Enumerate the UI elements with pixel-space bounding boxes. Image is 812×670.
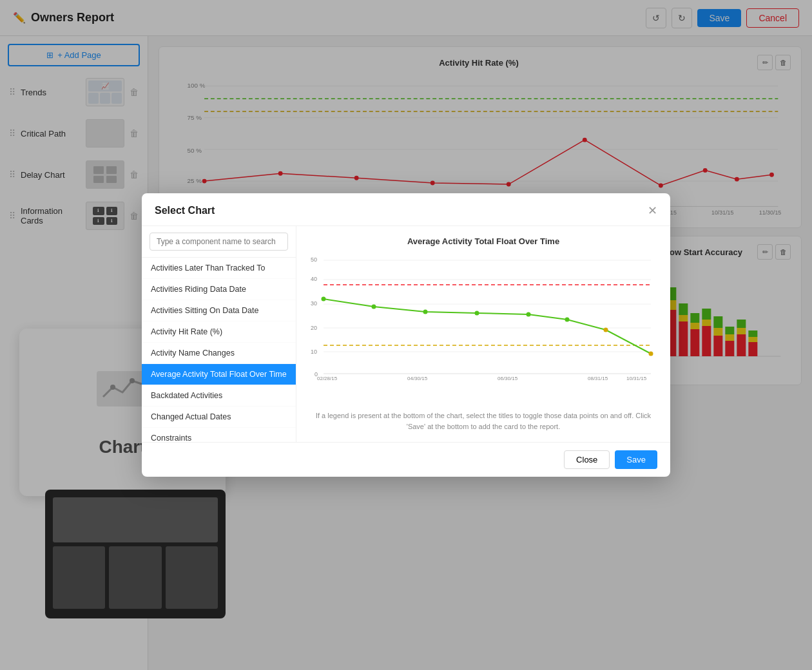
modal-footer-close-button[interactable]: Close — [564, 450, 610, 469]
svg-text:40: 40 — [311, 276, 317, 282]
svg-point-149 — [649, 352, 653, 356]
svg-point-147 — [565, 318, 570, 322]
modal-close-button[interactable]: ✕ — [648, 204, 657, 218]
svg-point-144 — [423, 310, 428, 314]
list-item-activities-riding[interactable]: Activities Riding Data Date — [142, 279, 296, 300]
svg-point-148 — [604, 328, 608, 332]
select-chart-modal: Select Chart ✕ Activities Later Than Tra… — [142, 193, 670, 477]
search-input[interactable] — [150, 233, 288, 251]
list-item-activity-name-changes[interactable]: Activity Name Changes — [142, 343, 296, 364]
svg-text:10: 10 — [311, 349, 317, 355]
modal-list-panel: Activities Later Than Tracked To Activit… — [142, 226, 296, 442]
svg-text:02/28/15: 02/28/15 — [317, 376, 338, 381]
preview-chart-svg: 50 40 30 20 10 0 — [309, 254, 657, 383]
svg-point-145 — [475, 311, 479, 316]
modal-list: Activities Later Than Tracked To Activit… — [142, 258, 296, 442]
list-item-activities-sitting[interactable]: Activities Sitting On Data Date — [142, 300, 296, 321]
list-item-average-activity-float[interactable]: Average Activity Total Float Over Time — [142, 364, 296, 385]
svg-text:06/30/15: 06/30/15 — [498, 376, 518, 381]
list-item-constraints[interactable]: Constraints — [142, 428, 296, 442]
svg-point-142 — [322, 297, 326, 302]
svg-text:30: 30 — [311, 300, 317, 307]
modal-overlay[interactable]: Select Chart ✕ Activities Later Than Tra… — [0, 0, 812, 670]
modal-preview-panel: Average Activity Total Float Over Time 5… — [296, 226, 670, 442]
list-item-changed-actual-dates[interactable]: Changed Actual Dates — [142, 407, 296, 428]
modal-title: Select Chart — [155, 205, 215, 216]
svg-text:04/30/15: 04/30/15 — [407, 376, 428, 381]
preview-note: If a legend is present at the bottom of … — [309, 410, 657, 432]
modal-search — [142, 226, 296, 258]
svg-point-146 — [527, 312, 531, 317]
modal-header: Select Chart ✕ — [142, 193, 670, 226]
svg-text:10/31/15: 10/31/15 — [626, 376, 647, 381]
list-item-backdated[interactable]: Backdated Activities — [142, 385, 296, 407]
modal-footer-save-button[interactable]: Save — [615, 450, 657, 469]
modal-body: Activities Later Than Tracked To Activit… — [142, 226, 670, 442]
svg-text:08/31/15: 08/31/15 — [588, 376, 608, 381]
list-item-activities-later[interactable]: Activities Later Than Tracked To — [142, 258, 296, 279]
svg-text:20: 20 — [311, 325, 317, 331]
list-item-activity-hit-rate[interactable]: Activity Hit Rate (%) — [142, 321, 296, 343]
preview-chart-area: 50 40 30 20 10 0 — [309, 254, 657, 405]
preview-chart-title: Average Activity Total Float Over Time — [309, 236, 657, 246]
svg-point-143 — [372, 305, 376, 309]
modal-footer: Close Save — [142, 442, 670, 477]
svg-text:50: 50 — [311, 256, 317, 263]
